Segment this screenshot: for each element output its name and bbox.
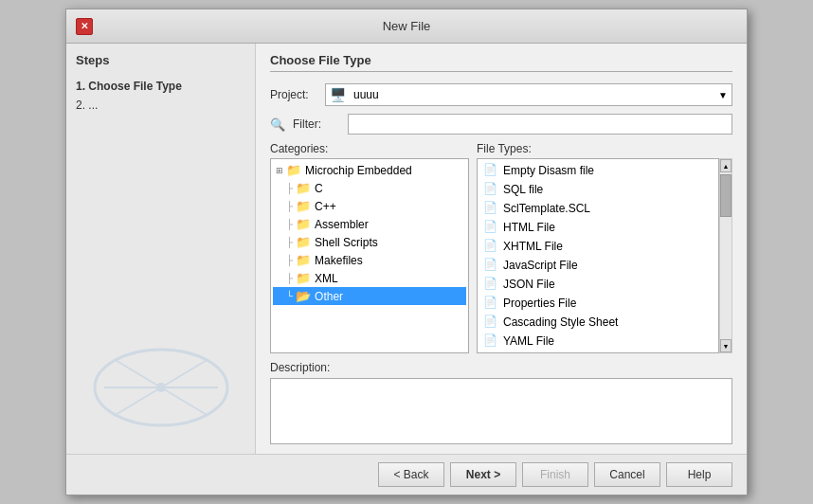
file-icon: 📄	[483, 239, 498, 254]
file-icon: 📄	[483, 201, 498, 216]
next-button[interactable]: Next >	[450, 462, 516, 487]
tree-line: └	[286, 291, 293, 301]
category-c[interactable]: ├ 📁 C	[273, 179, 466, 197]
project-dropdown[interactable]: 🖥️ uuuu ▼	[325, 83, 732, 106]
filetype-css[interactable]: 📄 Cascading Style Sheet	[479, 313, 716, 332]
file-icon: 📄	[483, 220, 498, 235]
filter-label: Filter:	[293, 117, 340, 131]
scrollbar[interactable]: ▲ ▼	[719, 158, 732, 353]
category-label: C++	[315, 200, 336, 213]
categories-panel: Categories: ⊞ 📁 Microchip Embedded ├ 📁	[270, 142, 469, 353]
filetype-label: HTML File	[503, 221, 555, 234]
folder-icon: 📁	[296, 217, 311, 231]
project-row: Project: 🖥️ uuuu ▼	[270, 83, 732, 106]
description-label: Description:	[270, 361, 732, 374]
file-icon: 📄	[483, 258, 498, 273]
back-button[interactable]: < Back	[378, 462, 444, 487]
finish-button[interactable]: Finish	[522, 462, 588, 487]
filetype-empty-disasm[interactable]: 📄 Empty Disasm file	[479, 161, 716, 180]
folder-icon: 📁	[296, 253, 311, 267]
help-button[interactable]: Help	[666, 462, 732, 487]
file-icon: 📄	[483, 315, 498, 330]
tree-line: ├	[286, 219, 293, 229]
tree-line: ├	[286, 237, 293, 247]
category-assembler[interactable]: ├ 📁 Assembler	[273, 215, 466, 233]
tree-line: ├	[286, 201, 293, 211]
filetype-scl-template[interactable]: 📄 SclTemplate.SCL	[479, 199, 716, 218]
categories-tree[interactable]: ⊞ 📁 Microchip Embedded ├ 📁 C ├	[270, 158, 469, 353]
folder-icon: 📁	[296, 199, 311, 213]
scroll-thumb[interactable]	[720, 174, 732, 217]
category-makefiles[interactable]: ├ 📁 Makefiles	[273, 251, 466, 269]
category-label: Microchip Embedded	[305, 164, 412, 177]
tree-line: ├	[286, 255, 293, 265]
file-icon: 📄	[483, 333, 498, 349]
step-2: 2. ...	[76, 96, 245, 115]
panels-row: Categories: ⊞ 📁 Microchip Embedded ├ 📁	[270, 142, 732, 353]
step-1-label: Choose File Type	[88, 80, 181, 93]
close-button[interactable]: ✕	[76, 18, 93, 35]
filetype-xhtml[interactable]: 📄 XHTML File	[479, 237, 716, 256]
scroll-up-button[interactable]: ▲	[720, 159, 732, 172]
dialog-footer: < Back Next > Finish Cancel Help	[66, 454, 747, 495]
category-other[interactable]: └ 📂 Other	[273, 287, 466, 305]
category-label: XML	[315, 272, 338, 285]
file-types-container: 📄 Empty Disasm file 📄 SQL file 📄 SclTemp…	[477, 158, 732, 353]
filetype-label: SclTemplate.SCL	[503, 202, 590, 215]
dialog-title: New File	[383, 19, 431, 33]
main-panel: Choose File Type Project: 🖥️ uuuu ▼ 🔍 Fi…	[256, 44, 747, 454]
filetype-label: Empty Disasm file	[503, 164, 594, 177]
titlebar-left: ✕	[76, 18, 93, 35]
category-label: Makefiles	[315, 254, 363, 267]
filetype-javascript[interactable]: 📄 JavaScript File	[479, 256, 716, 275]
section-title: Choose File Type	[270, 53, 732, 72]
category-xml[interactable]: ├ 📁 XML	[273, 269, 466, 287]
filetype-label: JSON File	[503, 278, 555, 291]
category-shell[interactable]: ├ 📁 Shell Scripts	[273, 233, 466, 251]
description-textarea[interactable]	[270, 378, 732, 444]
filetype-label: Properties File	[503, 297, 576, 310]
dropdown-arrow-icon: ▼	[718, 90, 728, 100]
project-value: uuuu	[353, 88, 714, 101]
category-label: C	[315, 182, 323, 195]
project-icon: 🖥️	[330, 87, 346, 102]
file-types-panel: File Types: 📄 Empty Disasm file 📄 SQL fi…	[477, 142, 732, 353]
step-2-label: ...	[88, 99, 98, 112]
expand-icon: ⊞	[276, 166, 283, 175]
file-icon: 📄	[483, 163, 498, 178]
tree-line: ├	[286, 273, 293, 283]
filetype-json[interactable]: 📄 JSON File	[479, 275, 716, 294]
cancel-button[interactable]: Cancel	[594, 462, 660, 487]
filetype-label: Cascading Style Sheet	[503, 315, 618, 329]
folder-icon: 📁	[286, 163, 301, 177]
filetype-label: XHTML File	[503, 240, 563, 253]
category-label: Assembler	[315, 218, 369, 231]
filetype-yaml[interactable]: 📄 YAML File	[479, 332, 716, 351]
search-icon: 🔍	[270, 117, 285, 132]
steps-list: 1. Choose File Type 2. ...	[76, 77, 245, 115]
folder-icon: 📁	[296, 271, 311, 285]
category-label: Other	[315, 290, 343, 303]
categories-label: Categories:	[270, 142, 469, 155]
filetype-properties[interactable]: 📄 Properties File	[479, 294, 716, 313]
folder-icon: 📁	[296, 181, 311, 195]
filter-input[interactable]	[348, 114, 732, 135]
step-1-number: 1.	[76, 80, 85, 93]
folder-icon-open: 📂	[296, 289, 311, 303]
file-types-list[interactable]: 📄 Empty Disasm file 📄 SQL file 📄 SclTemp…	[477, 158, 719, 353]
titlebar: ✕ New File	[66, 9, 747, 44]
category-microchip[interactable]: ⊞ 📁 Microchip Embedded	[273, 161, 466, 179]
category-label: Shell Scripts	[315, 236, 378, 249]
scroll-down-button[interactable]: ▼	[720, 339, 732, 352]
filetype-label: JavaScript File	[503, 259, 578, 272]
file-icon: 📄	[483, 182, 498, 197]
filetype-sql[interactable]: 📄 SQL file	[479, 180, 716, 199]
project-label: Project:	[270, 88, 317, 101]
svg-point-4	[156, 383, 166, 392]
watermark-svg	[85, 340, 237, 435]
filetype-label: YAML File	[503, 334, 554, 348]
category-cpp[interactable]: ├ 📁 C++	[273, 197, 466, 215]
steps-panel: Steps 1. Choose File Type 2. ...	[66, 44, 256, 454]
filetype-html[interactable]: 📄 HTML File	[479, 218, 716, 237]
file-types-label: File Types:	[477, 142, 732, 155]
